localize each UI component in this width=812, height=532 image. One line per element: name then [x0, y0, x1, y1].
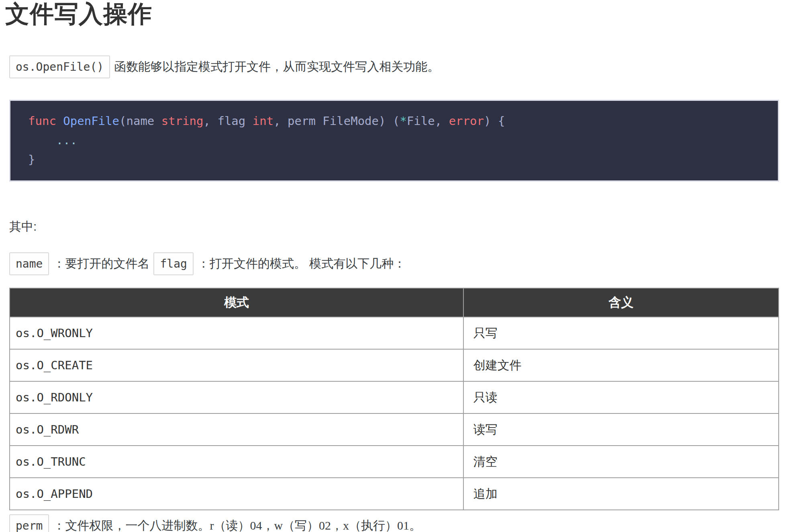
code-token-plain: }: [28, 153, 35, 166]
mode-cell: os.O_APPEND: [10, 478, 463, 510]
table-row: os.O_RDONLY只读: [10, 381, 779, 413]
flag-modes-table: 模式 含义 os.O_WRONLY只写os.O_CREATE创建文件os.O_R…: [9, 288, 779, 510]
table-header-row: 模式 含义: [10, 288, 779, 317]
inline-code-perm: perm: [9, 514, 49, 532]
meaning-cell: 只写: [463, 317, 779, 349]
mode-cell: os.O_WRONLY: [10, 317, 463, 349]
code-token-plain: ) {: [484, 114, 505, 128]
header-meaning: 含义: [463, 288, 779, 317]
flag-desc: ：打开文件的模式。 模式有以下几种：: [198, 257, 406, 270]
table-row: os.O_CREATE创建文件: [10, 349, 779, 381]
meaning-cell: 读写: [463, 413, 779, 446]
intro-text: 函数能够以指定模式打开文件，从而实现文件写入相关功能。: [114, 60, 439, 73]
code-token-keyword: int: [253, 114, 273, 128]
perm-values: r（读）04，w（写）02，x（执行）01。: [210, 519, 421, 532]
code-token-plain: , flag: [204, 114, 253, 128]
mode-cell: os.O_CREATE: [10, 349, 463, 381]
table-row: os.O_APPEND追加: [10, 478, 779, 510]
meaning-cell: 创建文件: [463, 349, 779, 381]
inline-code-flag: flag: [153, 252, 193, 275]
code-token-plain: , perm FileMode) (: [273, 114, 400, 128]
code-token-ellipsis: ...: [28, 133, 77, 147]
code-token-keyword: error: [449, 114, 484, 128]
header-mode: 模式: [10, 288, 463, 317]
inline-code-os-openfile: os.OpenFile(): [9, 55, 110, 78]
perm-desc: ：文件权限，一个八进制数。: [53, 519, 210, 532]
table-head: 模式 含义: [10, 288, 779, 317]
code-block: func OpenFile(name string, flag int, per…: [9, 100, 779, 182]
meaning-cell: 追加: [463, 478, 779, 510]
code-token-function: OpenFile: [63, 114, 119, 128]
code-token-plain: (name: [119, 114, 161, 128]
mode-cell: os.O_RDWR: [10, 413, 463, 446]
meaning-cell: 只读: [463, 381, 779, 413]
params-paragraph: name：要打开的文件名flag：打开文件的模式。 模式有以下几种：: [9, 253, 779, 274]
code-token-keyword: func: [28, 114, 56, 128]
among-paragraph: 其中:: [9, 216, 779, 237]
mode-cell: os.O_RDONLY: [10, 381, 463, 413]
code-token-plain: [56, 114, 63, 128]
perm-paragraph: perm：文件权限，一个八进制数。r（读）04，w（写）02，x（执行）01。: [9, 515, 779, 532]
page-title: 文件写入操作: [5, 1, 779, 27]
table-row: os.O_RDWR读写: [10, 413, 779, 446]
name-desc: ：要打开的文件名: [53, 257, 149, 270]
code-token-plain: File,: [407, 114, 449, 128]
table-row: os.O_WRONLY只写: [10, 317, 779, 349]
table-body: os.O_WRONLY只写os.O_CREATE创建文件os.O_RDONLY只…: [10, 317, 779, 510]
meaning-cell: 清空: [463, 446, 779, 478]
code-token-keyword: string: [161, 114, 204, 128]
code-token-operator: *: [400, 114, 406, 128]
intro-paragraph: os.OpenFile()函数能够以指定模式打开文件，从而实现文件写入相关功能。: [9, 56, 779, 77]
table-row: os.O_TRUNC清空: [10, 446, 779, 478]
mode-cell: os.O_TRUNC: [10, 446, 463, 478]
inline-code-name: name: [9, 252, 49, 275]
document: 文件写入操作 os.OpenFile()函数能够以指定模式打开文件，从而实现文件…: [9, 1, 779, 532]
code-content: func OpenFile(name string, flag int, per…: [28, 111, 778, 169]
